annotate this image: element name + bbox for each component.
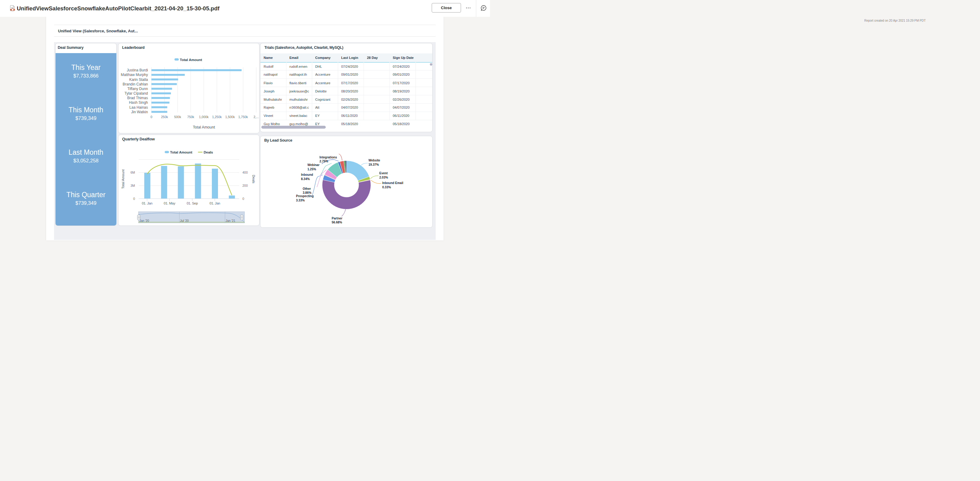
- svg-text:09/01/2020: 09/01/2020: [393, 73, 410, 76]
- svg-text:Hash Singh: Hash Singh: [129, 100, 148, 105]
- svg-text:Karin Stalla: Karin Stalla: [129, 78, 148, 82]
- svg-text:56.68%: 56.68%: [332, 221, 342, 224]
- svg-text:Total Amount: Total Amount: [170, 151, 192, 154]
- svg-text:04/07/2020: 04/07/2020: [393, 106, 410, 109]
- svg-text:0.33%: 0.33%: [382, 186, 391, 189]
- svg-text:0: 0: [133, 197, 135, 200]
- svg-text:06/11/2020: 06/11/2020: [393, 114, 409, 117]
- svg-text:Guy Molho: Guy Molho: [264, 122, 280, 126]
- svg-text:Jan '20: Jan '20: [140, 219, 149, 222]
- svg-text:Joseph: Joseph: [264, 89, 274, 93]
- svg-text:Tylar Cipaland: Tylar Cipaland: [124, 91, 148, 95]
- svg-text:Other: Other: [303, 187, 311, 190]
- svg-text:Tiffany Dunn: Tiffany Dunn: [127, 87, 148, 91]
- svg-text:Event: Event: [379, 171, 388, 175]
- svg-text:Webinar: Webinar: [307, 163, 319, 167]
- svg-text:Matthaw Murphy: Matthaw Murphy: [121, 73, 148, 77]
- svg-text:DHL: DHL: [315, 65, 322, 68]
- svg-text:8.34%: 8.34%: [301, 177, 310, 181]
- svg-text:02/26/2020: 02/26/2020: [341, 98, 358, 101]
- svg-text:06/11/2020: 06/11/2020: [341, 114, 358, 117]
- svg-text:08/19/2020: 08/19/2020: [393, 89, 410, 93]
- svg-text:Justina Burdi: Justina Burdi: [127, 68, 148, 72]
- svg-text:Total Amount: Total Amount: [121, 169, 125, 189]
- svg-text:Cognizant: Cognizant: [315, 98, 331, 101]
- svg-text:Jin Watkin: Jin Watkin: [131, 110, 148, 114]
- svg-text:500k: 500k: [174, 115, 181, 119]
- svg-text:Prospecting: Prospecting: [296, 194, 314, 198]
- svg-text:07/17/2020: 07/17/2020: [341, 81, 358, 85]
- svg-text:Email: Email: [290, 56, 298, 60]
- svg-text:joekrause@c: joekrause@c: [289, 89, 309, 93]
- svg-text:750k: 750k: [187, 115, 194, 119]
- svg-text:Flavio: Flavio: [264, 81, 273, 85]
- svg-text:Att: Att: [315, 106, 319, 109]
- svg-text:Total Amount: Total Amount: [180, 58, 202, 62]
- svg-text:0: 0: [242, 197, 244, 200]
- svg-text:Deals: Deals: [252, 175, 256, 184]
- svg-text:Total Amount: Total Amount: [193, 125, 215, 129]
- svg-text:Brandin Cahlan: Brandin Cahlan: [123, 82, 148, 86]
- svg-text:08/20/2020: 08/20/2020: [341, 89, 358, 93]
- svg-text:3M: 3M: [130, 184, 135, 187]
- svg-text:Integrations: Integrations: [320, 156, 337, 159]
- svg-text:01. May: 01. May: [164, 202, 175, 205]
- svg-text:vineet.balac: vineet.balac: [290, 114, 307, 117]
- svg-text:07/24/2020: 07/24/2020: [341, 65, 358, 68]
- svg-text:250k: 250k: [161, 115, 169, 119]
- svg-text:flavio.tiberti: flavio.tiberti: [290, 81, 307, 85]
- svg-text:Sign Up Date: Sign Up Date: [393, 56, 414, 60]
- svg-text:2.75%: 2.75%: [320, 160, 328, 163]
- svg-text:1,000k: 1,000k: [199, 115, 209, 119]
- svg-text:Deloitte: Deloitte: [315, 89, 327, 93]
- svg-text:Vineet: Vineet: [264, 114, 273, 117]
- svg-text:28 Day: 28 Day: [367, 56, 378, 60]
- svg-text:02/26/2020: 02/26/2020: [393, 98, 410, 101]
- svg-text:Partner: Partner: [332, 217, 342, 220]
- svg-text:200: 200: [242, 184, 248, 187]
- svg-text:1.25%: 1.25%: [307, 168, 316, 171]
- svg-text:Inbound Email: Inbound Email: [382, 181, 403, 185]
- svg-text:2.03%: 2.03%: [379, 176, 388, 179]
- svg-text:01. Sep: 01. Sep: [186, 202, 198, 205]
- svg-text:Rajeeb: Rajeeb: [264, 106, 274, 109]
- svg-text:Company: Company: [315, 56, 331, 60]
- svg-text:Name: Name: [264, 56, 273, 60]
- svg-text:09/01/2020: 09/01/2020: [341, 73, 358, 76]
- svg-text:05/18/2020: 05/18/2020: [341, 122, 358, 126]
- svg-text:natthapol: natthapol: [264, 73, 277, 76]
- svg-text:rr3608@att.c: rr3608@att.c: [290, 106, 309, 109]
- svg-text:Last Login: Last Login: [341, 56, 358, 60]
- svg-text:3.86%: 3.86%: [303, 191, 312, 194]
- svg-text:6M: 6M: [130, 171, 135, 174]
- svg-text:07/17/2020: 07/17/2020: [393, 81, 410, 85]
- svg-text:muthulakshr: muthulakshr: [290, 98, 308, 101]
- svg-text:natthapol.th: natthapol.th: [290, 73, 307, 76]
- svg-text:Accenture: Accenture: [315, 81, 331, 85]
- svg-text:01. Jan: 01. Jan: [210, 202, 220, 205]
- svg-text:05/18/2020: 05/18/2020: [393, 122, 410, 126]
- svg-text:rudolf.ernen: rudolf.ernen: [290, 65, 307, 68]
- svg-text:Website: Website: [369, 159, 380, 162]
- svg-text:Rudolf: Rudolf: [264, 65, 274, 68]
- svg-text:Laa Hainas: Laa Hainas: [129, 105, 148, 110]
- svg-text:EY: EY: [315, 122, 320, 126]
- svg-text:2,...: 2,...: [253, 115, 259, 119]
- svg-text:guy.molho@: guy.molho@: [290, 122, 308, 126]
- svg-text:Jan '21: Jan '21: [226, 219, 235, 222]
- svg-text:Deals: Deals: [204, 151, 213, 154]
- svg-text:Accenture: Accenture: [315, 73, 331, 76]
- svg-text:19.37%: 19.37%: [369, 163, 379, 166]
- svg-text:Jul '20: Jul '20: [180, 219, 189, 222]
- svg-text:04/07/2020: 04/07/2020: [341, 106, 358, 109]
- svg-text:01. Jan: 01. Jan: [142, 202, 152, 205]
- svg-text:07/24/2020: 07/24/2020: [393, 65, 410, 68]
- svg-text:EY: EY: [315, 114, 320, 117]
- svg-text:Inbound: Inbound: [301, 173, 313, 176]
- svg-text:Brad Thimas: Brad Thimas: [127, 96, 148, 100]
- svg-text:1,250k: 1,250k: [212, 115, 222, 119]
- svg-text:1,750k: 1,750k: [239, 115, 248, 119]
- svg-text:0: 0: [151, 115, 152, 119]
- svg-text:Muthulakshr: Muthulakshr: [264, 98, 282, 101]
- svg-text:400: 400: [242, 171, 248, 174]
